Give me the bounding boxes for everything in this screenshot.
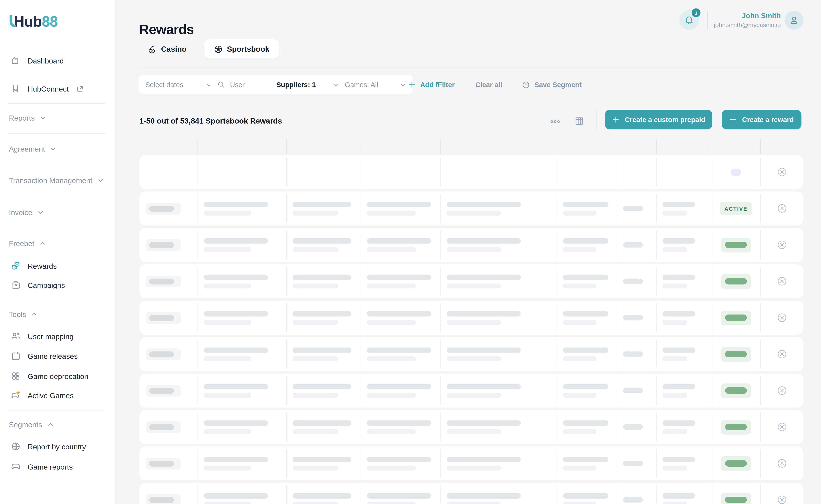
cell-action <box>760 155 803 189</box>
table-row-loading: ACTIVE <box>139 191 803 225</box>
user-search-input[interactable]: User <box>211 75 278 95</box>
clear-all-button[interactable]: Clear all <box>475 75 502 95</box>
cancel-reward-icon[interactable] <box>777 240 787 250</box>
skeleton-bar <box>447 311 521 316</box>
sidebar-item-dashboard[interactable]: Dashboard <box>0 54 126 67</box>
sidebar-divider <box>8 165 105 165</box>
sidebar-item-report-by-country[interactable]: Report by country <box>0 440 126 453</box>
status-badge <box>731 169 741 176</box>
skeleton-bar <box>663 420 695 426</box>
cell-loading <box>197 228 286 262</box>
skeleton-bar <box>447 429 501 434</box>
tab-sportsbook[interactable]: Sportsbook <box>204 39 279 59</box>
sidebar-item-game-reports[interactable]: Game reports <box>0 460 126 473</box>
skeleton-bar <box>146 348 181 360</box>
sidebar-section-transaction-management[interactable]: Transaction Management <box>0 174 124 187</box>
skeleton-bar <box>293 311 351 316</box>
skeleton-bar <box>563 347 608 353</box>
tab-casino-label: Casino <box>161 45 186 53</box>
sidebar-section-reports[interactable]: Reports <box>0 111 124 124</box>
cell-loading <box>656 228 712 262</box>
hub88-logo[interactable]: Hub88 <box>9 13 58 30</box>
cell-action <box>760 191 803 225</box>
sidebar-section-agreement[interactable]: Agreement <box>0 142 124 155</box>
plus-icon <box>612 116 620 124</box>
sidebar: Hub88 DashboardHubConnectReportsAgreemen… <box>0 0 115 504</box>
cancel-reward-icon[interactable] <box>777 313 787 323</box>
sidebar-section-segments[interactable]: Segments <box>0 418 124 431</box>
table-row[interactable] <box>139 155 803 189</box>
sidebar-section-tools[interactable]: Tools <box>0 308 124 320</box>
user-menu[interactable]: John Smith john.smith@mycasino.io <box>714 12 781 29</box>
skeleton-bar <box>447 202 521 207</box>
cancel-reward-icon[interactable] <box>777 495 787 504</box>
chevron-down-icon <box>40 115 46 121</box>
sidebar-item-game-releases[interactable]: Game releases <box>0 349 126 363</box>
chevron-up-icon <box>39 240 46 246</box>
cell-loading <box>197 264 286 298</box>
cancel-reward-icon[interactable] <box>777 422 787 432</box>
notification-count-badge: 1 <box>692 8 701 17</box>
cancel-reward-icon[interactable] <box>777 167 787 177</box>
cancel-reward-icon[interactable] <box>777 458 787 469</box>
save-segment-button[interactable]: Save Segment <box>522 75 581 95</box>
column-settings-icon[interactable] <box>574 116 584 126</box>
sidebar-divider <box>8 410 105 410</box>
cell-action <box>760 410 803 444</box>
sidebar-divider <box>8 228 105 228</box>
cell-user <box>139 301 197 335</box>
sidebar-label: Game reports <box>28 462 73 471</box>
notifications-button[interactable]: 1 <box>679 10 699 30</box>
cell-action <box>760 264 803 298</box>
cell-loading <box>440 301 557 335</box>
games-filter[interactable]: Games: All <box>338 75 413 95</box>
cancel-reward-icon[interactable] <box>777 203 787 214</box>
globe-icon <box>11 441 21 451</box>
sidebar-section-freebet[interactable]: Freebet <box>0 237 124 250</box>
suppliers-filter[interactable]: Suppliers: 1 <box>270 75 346 95</box>
sidebar-item-hubconnect[interactable]: HubConnect <box>0 82 126 95</box>
skeleton-bar <box>367 393 416 398</box>
cherries-icon <box>148 45 157 53</box>
status-skeleton <box>721 456 751 471</box>
sidebar-item-game-deprecation[interactable]: Game deprecation <box>0 369 126 383</box>
skeleton-bar <box>563 356 596 361</box>
cell-loading <box>617 446 656 480</box>
skeleton-bar <box>204 347 268 353</box>
skeleton-bar <box>293 384 351 389</box>
sidebar-item-active-games[interactable]: Active Games <box>0 388 126 402</box>
skeleton-bar <box>367 356 416 361</box>
cell-status <box>712 483 760 504</box>
user-avatar[interactable] <box>785 11 803 30</box>
cancel-reward-icon[interactable] <box>777 349 787 359</box>
sidebar-item-user-mapping[interactable]: User mapping <box>0 329 126 343</box>
sidebar-item-rewards[interactable]: Rewards <box>0 259 126 273</box>
select-dates-filter[interactable]: Select dates <box>138 75 219 95</box>
cell-loading <box>361 446 440 480</box>
status-badge: ACTIVE <box>720 202 753 215</box>
skeleton-bar <box>447 420 521 426</box>
create-custom-prepaid-button[interactable]: Create a custom prepaid <box>605 110 712 129</box>
clock-icon <box>522 81 530 89</box>
cancel-reward-icon[interactable] <box>777 385 787 396</box>
table-row-loading <box>139 483 803 504</box>
sidebar-item-campaigns[interactable]: Campaigns <box>0 278 126 292</box>
status-skeleton <box>721 347 751 362</box>
cancel-reward-icon[interactable] <box>777 276 787 286</box>
column-separator <box>557 139 557 154</box>
cell-loading <box>361 483 440 504</box>
skeleton-bar <box>447 465 501 470</box>
cell-loading <box>440 264 557 298</box>
create-reward-button[interactable]: Create a reward <box>722 110 801 129</box>
skeleton-bar <box>563 283 596 288</box>
sidebar-label: Dashboard <box>28 56 64 65</box>
cell-loading <box>286 410 361 444</box>
sidebar-section-invoice[interactable]: Invoice <box>0 206 124 219</box>
sidebar-divider <box>8 103 105 104</box>
tab-casino[interactable]: Casino <box>139 39 195 59</box>
sidebar-label: Report by country <box>28 442 86 451</box>
add-filter-button[interactable]: Add fFilter <box>408 75 455 95</box>
cell-loading <box>617 191 656 225</box>
more-options-icon[interactable] <box>550 116 560 127</box>
status-skeleton <box>721 238 751 252</box>
